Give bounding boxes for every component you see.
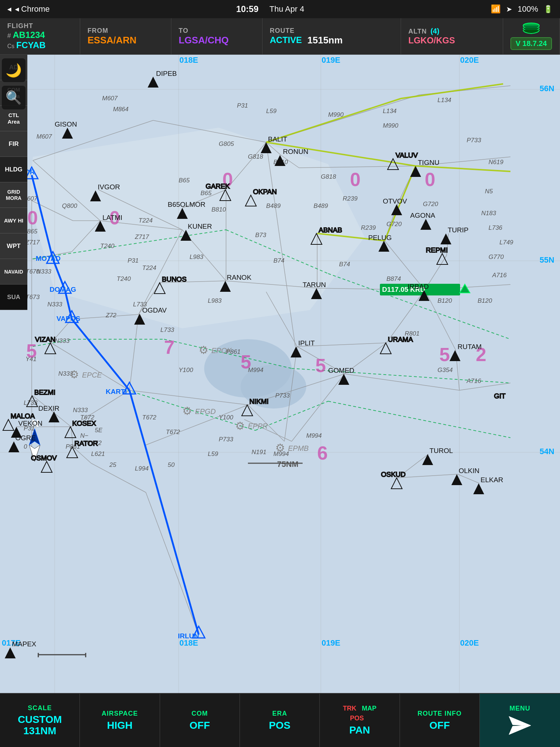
svg-text:NIKMI: NIKMI	[249, 398, 269, 405]
svg-text:P733: P733	[219, 436, 233, 443]
map-area[interactable]: 🌙 🔍	[0, 55, 560, 693]
map-svg: N D117.05 KRD M607 M865 N333 N333 N333 N…	[0, 55, 560, 693]
to-label: TO	[179, 27, 255, 35]
nav-icon: ➤	[506, 5, 512, 13]
sidebar-item-navaid[interactable]: NAVAID	[0, 259, 27, 285]
svg-text:B489: B489	[266, 202, 281, 209]
svg-marker-326	[509, 716, 531, 735]
svg-text:A716: A716	[492, 272, 507, 279]
svg-text:5: 5	[26, 340, 37, 361]
svg-text:0: 0	[350, 169, 361, 190]
svg-text:MOTAD: MOTAD	[36, 255, 61, 262]
svg-text:L59: L59	[208, 450, 218, 457]
menu-section[interactable]: MENU	[480, 694, 560, 747]
svg-text:N333: N333	[47, 301, 62, 308]
altn-value[interactable]: LGKO/KGS	[408, 35, 495, 46]
altn-label: ALTN	[408, 28, 427, 35]
svg-text:T224: T224	[139, 217, 153, 224]
from-value[interactable]: ESSA/ARN	[88, 35, 164, 46]
com-section[interactable]: COM OFF	[160, 694, 240, 747]
route-info-section[interactable]: ROUTE INFO OFF	[400, 694, 480, 747]
svg-text:T673: T673	[26, 294, 40, 301]
database-icon	[521, 23, 541, 37]
svg-text:DIPEB: DIPEB	[156, 70, 177, 77]
sidebar-item-sua[interactable]: SUA	[0, 285, 27, 310]
svg-text:N5: N5	[485, 188, 493, 195]
bottom-bar: SCALE CUSTOM131NM AIRSPACE HIGH COM OFF …	[0, 693, 560, 747]
search-button[interactable]: 🔍	[2, 86, 26, 109]
era-section[interactable]: ERA POS	[240, 694, 320, 747]
era-label: ERA	[272, 710, 287, 717]
sidebar-item-grid-mora[interactable]: GRIDMORA	[0, 182, 27, 208]
svg-text:7: 7	[164, 337, 175, 358]
to-value[interactable]: LGSA/CHQ	[179, 35, 255, 46]
svg-text:0: 0	[425, 169, 435, 190]
airspace-section[interactable]: AIRSPACE HIGH	[80, 694, 160, 747]
svg-text:55N: 55N	[540, 255, 554, 264]
svg-text:R239: R239	[343, 195, 358, 202]
svg-text:M990: M990	[383, 122, 398, 129]
svg-text:IRLUN: IRLUN	[178, 632, 199, 640]
svg-text:GOMED: GOMED	[328, 367, 354, 374]
svg-text:IRBAD: IRBAD	[408, 283, 429, 290]
flight-callsign[interactable]: FCYAB	[16, 40, 46, 50]
flight-id[interactable]: AB1234	[13, 30, 45, 40]
svg-text:IVGOR: IVGOR	[98, 183, 120, 191]
svg-text:L59: L59	[266, 108, 277, 115]
svg-text:B120: B120	[478, 297, 492, 304]
sidebar-item-ctl-area[interactable]: CTLArea	[0, 106, 27, 131]
com-value: OFF	[190, 720, 210, 731]
map-label: MAP	[362, 705, 376, 712]
svg-text:L134: L134	[383, 108, 397, 115]
svg-text:ABNAB: ABNAB	[319, 226, 342, 234]
from-section: FROM ESSA/ARN	[80, 18, 171, 54]
svg-text:N619: N619	[489, 159, 503, 166]
svg-text:GIT: GIT	[494, 392, 506, 400]
svg-text:5: 5	[241, 351, 251, 372]
svg-text:T672: T672	[142, 414, 156, 421]
night-mode-button[interactable]: 🌙	[2, 58, 26, 82]
svg-text:GAREK: GAREK	[206, 182, 230, 190]
svg-text:019E: 019E	[322, 55, 340, 65]
svg-text:A716: A716	[466, 378, 481, 384]
svg-text:Y100: Y100	[219, 414, 233, 421]
svg-text:56N: 56N	[540, 84, 554, 93]
trk-map-section[interactable]: TRK MAP POS PAN	[320, 694, 400, 747]
flight-section: FLIGHT # AB1234 Cs FCYAB	[0, 18, 80, 54]
scale-label: SCALE	[28, 704, 52, 712]
svg-text:AGONA: AGONA	[410, 212, 435, 219]
svg-text:N333: N333	[73, 407, 88, 414]
svg-text:OGDAV: OGDAV	[142, 306, 167, 314]
svg-text:T224: T224	[142, 264, 156, 271]
svg-text:⚙: ⚙	[235, 420, 245, 432]
sidebar-item-awy-hi[interactable]: AWY HI	[0, 208, 27, 233]
svg-text:P31: P31	[128, 257, 139, 264]
svg-text:N191: N191	[252, 449, 267, 456]
route-info-label: ROUTE INFO	[417, 710, 462, 717]
svg-text:6: 6	[317, 442, 328, 464]
svg-text:019E: 019E	[322, 638, 340, 647]
svg-text:L621: L621	[91, 450, 105, 457]
sidebar-item-fir[interactable]: FIR	[0, 131, 27, 157]
svg-text:N−: N−	[80, 432, 88, 439]
svg-text:L736: L736	[489, 224, 502, 231]
altn-section: ALTN (4) LGKO/KGS	[401, 18, 503, 54]
svg-text:G770: G770	[489, 253, 504, 260]
scale-section[interactable]: SCALE CUSTOM131NM	[0, 694, 80, 747]
status-time: 10:59	[236, 4, 258, 14]
svg-text:VAPOS: VAPOS	[57, 315, 80, 322]
sidebar-item-wpt[interactable]: WPT	[0, 233, 27, 259]
svg-text:T672: T672	[166, 429, 180, 436]
status-date: Thu Apr 4	[269, 4, 304, 14]
sidebar-item-hldg[interactable]: HLDG	[0, 157, 27, 182]
svg-text:T240: T240	[117, 275, 131, 282]
back-button[interactable]: ◂	[7, 4, 11, 14]
svg-text:KOSEX: KOSEX	[72, 419, 96, 427]
svg-text:L733: L733	[160, 326, 174, 333]
svg-text:VALUV: VALUV	[396, 151, 418, 159]
svg-text:B74: B74	[339, 261, 350, 268]
svg-text:P733: P733	[275, 392, 290, 399]
svg-text:B65: B65	[179, 177, 190, 184]
svg-text:50: 50	[168, 461, 175, 468]
svg-text:B810: B810	[211, 206, 226, 213]
